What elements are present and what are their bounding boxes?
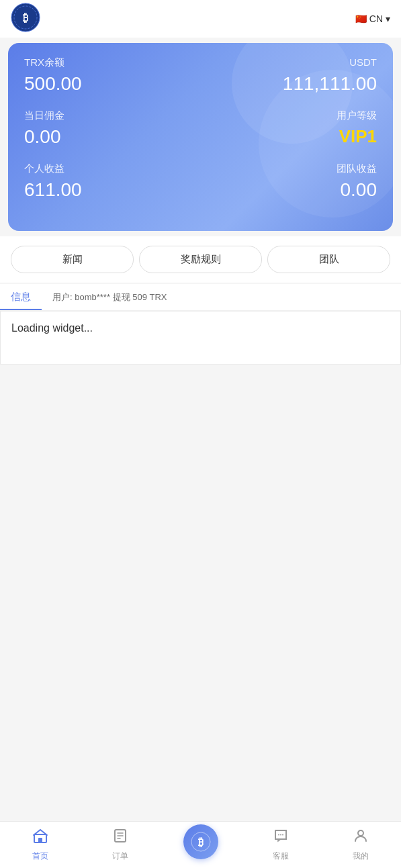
logo: ₿ bbox=[11, 3, 40, 35]
team-income-label: 团队收益 bbox=[201, 162, 377, 175]
rewards-button[interactable]: 奖励规则 bbox=[139, 246, 262, 273]
nav-home[interactable]: 首页 bbox=[0, 828, 80, 862]
info-header-row: 信息 用户: bomb**** 提现 509 TRX bbox=[0, 284, 401, 311]
svg-point-12 bbox=[280, 834, 281, 836]
orders-icon bbox=[112, 828, 128, 848]
chat-icon bbox=[273, 828, 289, 848]
action-buttons: 新闻 奖励规则 团队 bbox=[0, 236, 401, 283]
widget-area: Loading widget... bbox=[0, 311, 401, 365]
nav-orders[interactable]: 订单 bbox=[80, 828, 160, 862]
info-section: 信息 用户: bomb**** 提现 509 TRX Loading widge… bbox=[0, 284, 401, 365]
home-icon bbox=[32, 828, 48, 848]
news-button[interactable]: 新闻 bbox=[11, 246, 134, 273]
balance-card: TRX余额 USDT 500.00 111,111.00 当日佣金 用户等级 0… bbox=[8, 43, 393, 231]
svg-point-13 bbox=[282, 834, 283, 836]
user-level-value: VIP1 bbox=[201, 126, 377, 147]
trx-label: TRX余额 bbox=[24, 56, 201, 69]
personal-income-label: 个人收益 bbox=[24, 162, 201, 175]
trx-balance: 500.00 bbox=[24, 73, 201, 95]
svg-text:₿: ₿ bbox=[23, 12, 28, 23]
info-ticker: 用户: bomb**** 提现 509 TRX bbox=[42, 285, 178, 310]
language-selector[interactable]: 🇨🇳 CN ▾ bbox=[355, 13, 390, 24]
customer-service-label: 客服 bbox=[273, 851, 289, 862]
info-tab[interactable]: 信息 bbox=[0, 284, 42, 310]
profile-label: 我的 bbox=[353, 851, 369, 862]
user-level-label: 用户等级 bbox=[201, 109, 377, 122]
header: ₿ 🇨🇳 CN ▾ bbox=[0, 0, 401, 38]
team-button[interactable]: 团队 bbox=[267, 246, 390, 273]
svg-rect-4 bbox=[38, 838, 42, 842]
svg-point-11 bbox=[278, 834, 279, 836]
chevron-down-icon: ▾ bbox=[386, 13, 390, 24]
usdt-label: USDT bbox=[201, 56, 377, 68]
user-icon bbox=[353, 828, 369, 848]
nav-customer-service[interactable]: 客服 bbox=[240, 828, 320, 862]
usdt-balance: 111,111.00 bbox=[201, 73, 377, 95]
svg-point-14 bbox=[358, 830, 363, 836]
home-label: 首页 bbox=[32, 851, 48, 862]
nav-profile[interactable]: 我的 bbox=[321, 828, 401, 862]
nav-center[interactable]: ₿ bbox=[161, 824, 240, 866]
svg-text:₿: ₿ bbox=[198, 836, 204, 848]
bottom-nav: 首页 订单 ₿ bbox=[0, 821, 401, 868]
commission-value: 0.00 bbox=[24, 126, 201, 148]
team-income-value: 0.00 bbox=[201, 179, 377, 201]
flag-icon: 🇨🇳 bbox=[355, 13, 367, 24]
lang-code: CN bbox=[369, 13, 383, 24]
personal-income-value: 611.00 bbox=[24, 179, 201, 201]
bitcoin-center-button[interactable]: ₿ bbox=[183, 824, 218, 859]
orders-label: 订单 bbox=[112, 851, 128, 862]
content-spacer bbox=[0, 365, 401, 767]
widget-loading-text: Loading widget... bbox=[11, 322, 93, 334]
commission-label: 当日佣金 bbox=[24, 109, 201, 122]
